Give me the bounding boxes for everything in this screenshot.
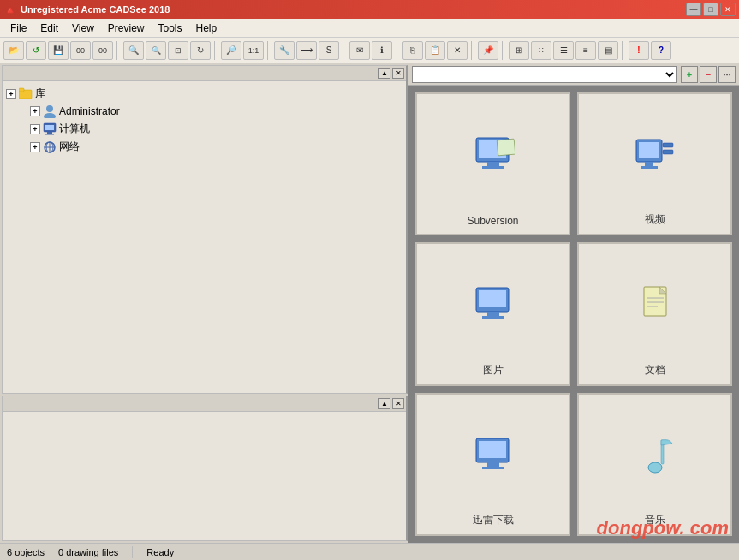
tb-delete-button[interactable]: ✕ (447, 41, 468, 60)
grid-cell-image[interactable]: 图片 (415, 242, 570, 385)
image-label: 图片 (483, 363, 504, 378)
add-location-button[interactable]: + (681, 66, 698, 83)
video-label: 视频 (645, 212, 665, 227)
tb-grid-button[interactable]: ⊞ (509, 41, 529, 60)
network-icon (43, 140, 57, 154)
tb-convert-button[interactable]: ⟶ (296, 41, 317, 60)
title-bar: 🔺 Unregistered Acme CADSee 2018 — □ ✕ (0, 0, 739, 19)
remove-location-button[interactable]: − (700, 66, 717, 83)
svg-point-2 (46, 105, 53, 112)
tb-zoom-in-button[interactable]: 🔍 (123, 41, 144, 60)
tree-item-computer[interactable]: + 计算机 (30, 120, 402, 138)
download-label: 迅雷下载 (473, 513, 514, 527)
tb-counter2-button[interactable]: 00 (92, 41, 113, 60)
menu-view[interactable]: View (65, 21, 101, 36)
menu-tools[interactable]: Tools (152, 21, 189, 36)
status-objects: 6 objects (7, 547, 45, 557)
tb-settings-button[interactable]: 🔧 (274, 41, 295, 60)
expand-admin[interactable]: + (30, 106, 40, 116)
tb-copy-button[interactable]: ⎘ (402, 41, 423, 60)
menu-preview[interactable]: Preview (101, 21, 152, 36)
svg-rect-5 (45, 125, 54, 130)
tb-zoom-fit-button[interactable]: ⊡ (168, 41, 188, 60)
grid-cell-download[interactable]: 迅雷下载 (415, 393, 570, 536)
expand-computer[interactable]: + (30, 124, 40, 134)
svg-point-3 (44, 113, 56, 118)
subversion-icon (472, 134, 515, 177)
tb-pin-button[interactable]: 📌 (478, 41, 498, 60)
svg-rect-35 (482, 467, 504, 469)
grid-cell-video[interactable]: 视频 (577, 92, 732, 235)
svg-rect-25 (487, 312, 499, 316)
title-bar-left: 🔺 Unregistered Acme CADSee 2018 (3, 3, 170, 16)
menu-edit[interactable]: Edit (33, 21, 65, 36)
more-options-button[interactable]: ··· (718, 66, 736, 83)
menu-file[interactable]: File (3, 21, 33, 36)
right-toolbar: + − ··· (408, 63, 739, 86)
expand-network[interactable]: + (30, 142, 40, 152)
close-button[interactable]: ✕ (720, 3, 736, 16)
tb-refresh-button[interactable]: ↺ (26, 41, 46, 60)
path-dropdown[interactable] (412, 66, 677, 83)
folder-icon-ku (19, 87, 33, 101)
svg-rect-26 (482, 316, 504, 319)
menu-help[interactable]: Help (189, 21, 224, 36)
svg-rect-15 (482, 166, 504, 169)
grid-cell-subversion[interactable]: Subversion (415, 92, 570, 235)
tb-rotate-button[interactable]: ↻ (190, 41, 211, 60)
tb-save-button[interactable]: 💾 (48, 41, 69, 60)
tb-info-button[interactable]: ℹ (372, 41, 392, 60)
tb-list-button[interactable]: ☰ (553, 41, 574, 60)
subversion-label: Subversion (467, 215, 518, 227)
svg-rect-21 (663, 143, 673, 147)
tree-label-admin: Administrator (59, 105, 120, 117)
tb-counter-button[interactable]: 00 (70, 41, 91, 60)
right-toolbar-left (412, 66, 677, 83)
tree-label-network: 网络 (59, 140, 80, 154)
main-container: ▲ ✕ + 库 + (0, 63, 739, 543)
tb-zoom-out-button[interactable]: 🔍 (146, 41, 166, 60)
tree-item-network[interactable]: + 网络 (30, 138, 402, 156)
tb-search-button[interactable]: 🔎 (221, 41, 241, 60)
maximize-button[interactable]: □ (703, 3, 718, 16)
tree-panel-pin[interactable]: ▲ (378, 68, 390, 79)
right-panel: + − ··· Subversion (408, 63, 739, 543)
tb-text-button[interactable]: S (319, 41, 339, 60)
tree-label-computer: 计算机 (59, 122, 90, 136)
app-icon: 🔺 (3, 3, 17, 16)
svg-rect-14 (487, 162, 499, 166)
tb-sep-8 (622, 41, 625, 60)
tb-detail-button[interactable]: ≡ (575, 41, 596, 60)
tree-item-admin[interactable]: + Administrator (30, 103, 402, 120)
tb-zoom-100-button[interactable]: 1:1 (243, 41, 264, 60)
tb-exclaim-button[interactable]: ! (629, 41, 649, 60)
title-bar-controls: — □ ✕ (686, 3, 736, 16)
expand-ku[interactable]: + (6, 89, 16, 99)
minimize-button[interactable]: — (686, 3, 701, 16)
document-label: 文档 (645, 363, 665, 378)
thumb-panel-pin[interactable]: ▲ (378, 398, 390, 409)
tb-panel-button[interactable]: ▤ (598, 41, 618, 60)
grid-cell-music[interactable]: 音乐 (577, 393, 732, 536)
tree-panel: ▲ ✕ + 库 + (2, 65, 408, 394)
tb-help-button[interactable]: ? (651, 41, 671, 60)
svg-rect-1 (19, 88, 24, 92)
tree-panel-close[interactable]: ✕ (392, 68, 404, 79)
tree-item-ku[interactable]: + 库 (6, 85, 402, 103)
thumb-panel-close[interactable]: ✕ (392, 398, 404, 409)
tb-paste-button[interactable]: 📋 (425, 41, 445, 60)
grid-area: Subversion 视频 (408, 86, 739, 543)
tb-sep-5 (396, 41, 399, 60)
tb-send-button[interactable]: ✉ (349, 41, 370, 60)
thumb-panel-titlebar: ▲ ✕ (3, 396, 406, 412)
tree-child-area: + Administrator + (6, 103, 402, 156)
grid-cell-document[interactable]: 文档 (577, 242, 732, 385)
svg-rect-16 (497, 139, 515, 156)
tb-sep-1 (116, 41, 120, 60)
toolbar: 📂 ↺ 💾 00 00 🔍 🔍 ⊡ ↻ 🔎 1:1 🔧 ⟶ S ✉ ℹ ⎘ 📋 … (0, 38, 739, 63)
tb-open-button[interactable]: 📂 (3, 41, 24, 60)
document-icon (634, 284, 676, 327)
tb-dots-button[interactable]: ∷ (531, 41, 551, 60)
svg-rect-20 (641, 166, 658, 169)
tb-sep-4 (343, 41, 346, 60)
